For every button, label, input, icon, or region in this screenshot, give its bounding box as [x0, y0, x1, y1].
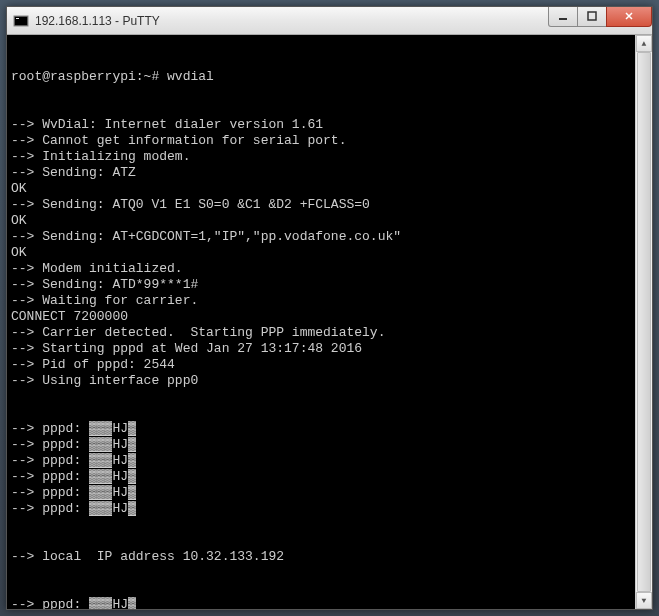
scrollbar-thumb[interactable] [637, 52, 651, 592]
minimize-button[interactable] [548, 7, 578, 27]
prompt: root@raspberrypi:~# [11, 69, 159, 84]
terminal-line: --> Sending: ATD*99***1# [11, 277, 635, 293]
close-button[interactable] [606, 7, 652, 27]
pppd-line: --> pppd: ▒▒▒HJ▒ [11, 437, 635, 453]
svg-rect-3 [559, 18, 567, 20]
terminal-line: --> Sending: AT+CGDCONT=1,"IP","pp.vodaf… [11, 229, 635, 245]
terminal-line: --> Pid of pppd: 2544 [11, 357, 635, 373]
putty-window: 192.168.1.113 - PuTTY root@raspberrypi:~… [6, 6, 653, 610]
titlebar[interactable]: 192.168.1.113 - PuTTY [7, 7, 652, 35]
window-title: 192.168.1.113 - PuTTY [35, 14, 549, 28]
scrollbar-track[interactable] [636, 52, 652, 592]
maximize-button[interactable] [577, 7, 607, 27]
terminal-line: --> Modem initialized. [11, 261, 635, 277]
prompt-line: root@raspberrypi:~# wvdial [11, 69, 635, 85]
scroll-up-button[interactable]: ▲ [636, 35, 652, 52]
terminal-line: --> Initializing modem. [11, 149, 635, 165]
pppd-line: --> pppd: ▒▒▒HJ▒ [11, 597, 635, 609]
command: wvdial [167, 69, 214, 84]
pppd-line: --> pppd: ▒▒▒HJ▒ [11, 469, 635, 485]
scrollbar[interactable]: ▲ ▼ [635, 35, 652, 609]
terminal[interactable]: root@raspberrypi:~# wvdial --> WvDial: I… [7, 35, 652, 609]
terminal-line: --> Starting pppd at Wed Jan 27 13:17:48… [11, 341, 635, 357]
terminal-line: --> WvDial: Internet dialer version 1.61 [11, 117, 635, 133]
pppd-line: --> pppd: ▒▒▒HJ▒ [11, 485, 635, 501]
window-controls [549, 7, 652, 27]
scroll-down-button[interactable]: ▼ [636, 592, 652, 609]
terminal-line: OK [11, 213, 635, 229]
pppd-line: --> pppd: ▒▒▒HJ▒ [11, 453, 635, 469]
terminal-line: OK [11, 181, 635, 197]
pppd-line: --> pppd: ▒▒▒HJ▒ [11, 501, 635, 517]
terminal-content: root@raspberrypi:~# wvdial --> WvDial: I… [11, 37, 635, 607]
svg-rect-4 [588, 12, 596, 20]
svg-rect-2 [16, 18, 19, 19]
pppd-line: --> pppd: ▒▒▒HJ▒ [11, 421, 635, 437]
terminal-line: CONNECT 7200000 [11, 309, 635, 325]
putty-icon [13, 13, 29, 29]
terminal-line: --> Sending: ATQ0 V1 E1 S0=0 &C1 &D2 +FC… [11, 197, 635, 213]
local-ip-line: --> local IP address 10.32.133.192 [11, 549, 635, 565]
terminal-line: OK [11, 245, 635, 261]
terminal-line: --> Sending: ATZ [11, 165, 635, 181]
terminal-line: --> Cannot get information for serial po… [11, 133, 635, 149]
terminal-line: --> Waiting for carrier. [11, 293, 635, 309]
terminal-line: --> Using interface ppp0 [11, 373, 635, 389]
terminal-line: --> Carrier detected. Starting PPP immed… [11, 325, 635, 341]
